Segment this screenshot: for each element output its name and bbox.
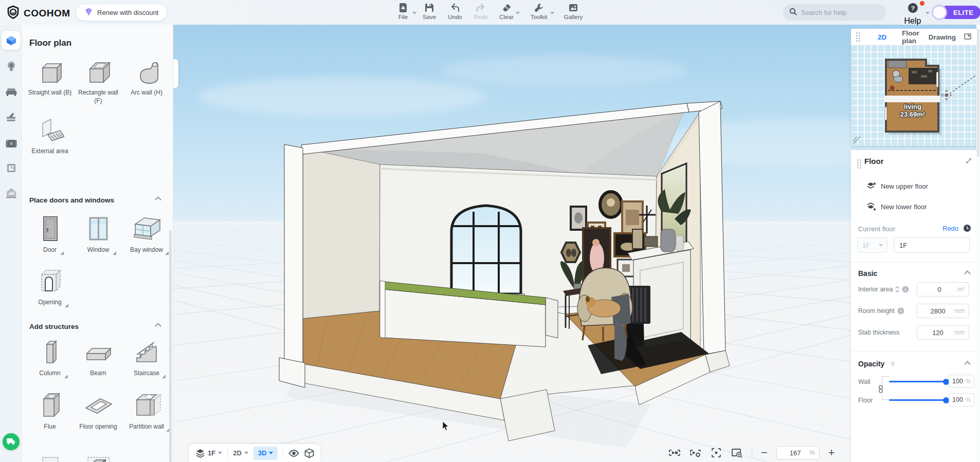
- redo-icon: [476, 3, 486, 13]
- current-floor-label: Current floor: [858, 225, 895, 233]
- section-cube-button[interactable]: [304, 448, 314, 458]
- tool-partition-wall[interactable]: Partition wall: [123, 391, 170, 431]
- slab-thickness-input[interactable]: 120 mm: [917, 325, 969, 340]
- new-lower-floor-icon: [866, 202, 876, 211]
- new-lower-floor-button[interactable]: New lower floor: [866, 202, 927, 211]
- zoom-region-button[interactable]: [731, 447, 743, 458]
- tool-partial-niche[interactable]: [75, 455, 122, 462]
- floor-opacity-slider[interactable]: [889, 399, 947, 401]
- floor-drag-handle-icon[interactable]: [857, 159, 861, 169]
- renew-with-discount-button[interactable]: Renew with discount: [76, 4, 167, 21]
- sidebar-item-inspiration[interactable]: [2, 57, 21, 76]
- wall-opacity-slider[interactable]: [889, 381, 947, 382]
- tool-external-area[interactable]: External area: [26, 115, 74, 155]
- basic-section-title: Basic: [858, 269, 877, 278]
- tab-drawing[interactable]: Drawing: [929, 33, 956, 41]
- sidebar-item-customize[interactable]: [2, 108, 21, 127]
- floor-opacity-label: Floor: [858, 397, 873, 404]
- tool-partial-guardrail[interactable]: [26, 455, 74, 462]
- room-height-label: Room height i: [858, 307, 904, 315]
- tool-opening[interactable]: Opening: [26, 266, 74, 306]
- history-clock-icon[interactable]: [963, 224, 971, 234]
- interior-area-input[interactable]: 0 m²: [917, 282, 969, 297]
- panel-collapse-handle[interactable]: [173, 59, 178, 88]
- save-button[interactable]: Save: [418, 3, 441, 20]
- camera-icon: [5, 138, 17, 149]
- toolkit-button[interactable]: Toolkit: [528, 3, 550, 20]
- tool-rectangle-wall[interactable]: Rectangle wall (F): [75, 57, 122, 105]
- zoom-level-box[interactable]: 167 %: [776, 446, 820, 459]
- tool-straight-wall[interactable]: Straight wall (B): [26, 57, 74, 97]
- floor-name-input[interactable]: 1F: [894, 237, 970, 253]
- gem-icon: [84, 8, 93, 17]
- floor-selector[interactable]: 1F: [195, 449, 222, 458]
- tool-window[interactable]: Window: [75, 214, 122, 254]
- redo-link[interactable]: Redo: [942, 225, 958, 232]
- floor-select[interactable]: 1F: [858, 237, 887, 253]
- sidebar-item-drawings[interactable]: [2, 158, 21, 177]
- expand-panel-icon[interactable]: [965, 157, 972, 167]
- tool-floor-opening[interactable]: Floor opening: [75, 391, 122, 431]
- minimap-room-label: living: [904, 103, 921, 110]
- avatar[interactable]: [932, 5, 947, 20]
- floor-opacity-input[interactable]: 100 %: [949, 393, 974, 406]
- gallery-button[interactable]: Gallery: [562, 3, 585, 20]
- sidebar-item-furniture[interactable]: [2, 82, 21, 101]
- tool-column[interactable]: Column: [26, 337, 74, 377]
- mode-3d-button[interactable]: 3D: [253, 447, 278, 460]
- wall-opacity-input[interactable]: 100 %: [949, 375, 974, 388]
- tab-floor-plan[interactable]: Floor plan: [902, 29, 920, 45]
- sidebar-item-render[interactable]: [2, 134, 21, 153]
- stepper-icon[interactable]: [895, 286, 899, 292]
- mode-2d-button[interactable]: 2D: [233, 449, 248, 457]
- file-button[interactable]: File: [392, 3, 414, 20]
- tool-flue[interactable]: Flue: [26, 391, 74, 431]
- search-input[interactable]: [801, 9, 878, 16]
- file-caret-icon: [412, 12, 416, 14]
- camera-settings-button[interactable]: [689, 447, 702, 458]
- drag-handle-icon[interactable]: [856, 32, 860, 42]
- sidebar-item-floorplan[interactable]: [2, 31, 21, 50]
- tool-staircase[interactable]: Staircase: [123, 337, 170, 377]
- zoom-in-button[interactable]: +: [828, 448, 835, 458]
- info-icon[interactable]: i: [897, 307, 904, 315]
- link-opacity-icon[interactable]: [878, 384, 884, 396]
- design-tool-icon: [5, 112, 17, 123]
- tool-bay-window[interactable]: Bay window: [123, 214, 170, 254]
- coohom-logo[interactable]: COOHOM: [6, 5, 70, 21]
- partition-wall-icon: [132, 391, 161, 420]
- focus-center-button[interactable]: [711, 447, 722, 458]
- sidebar-item-ai-design[interactable]: [2, 183, 21, 202]
- left-panel-scrollbar[interactable]: [169, 230, 172, 462]
- coohom-logo-icon: [6, 5, 20, 21]
- undo-button[interactable]: Undo: [444, 3, 466, 20]
- collapse-opacity-icon[interactable]: [964, 361, 971, 367]
- zoom-out-button[interactable]: −: [761, 448, 768, 458]
- tool-arc-wall[interactable]: Arc wall (H): [123, 57, 170, 97]
- camera-view-button[interactable]: [668, 447, 681, 458]
- tool-beam[interactable]: Beam: [75, 337, 122, 377]
- chat-support-button[interactable]: [3, 433, 20, 450]
- redo-button[interactable]: Redo: [469, 3, 492, 20]
- ai-home-icon: [5, 187, 17, 199]
- new-upper-floor-button[interactable]: New upper floor: [866, 182, 928, 191]
- visibility-button[interactable]: [288, 449, 299, 457]
- info-icon[interactable]: i: [902, 286, 909, 293]
- collapse-doors-windows-icon[interactable]: [155, 196, 161, 203]
- collapse-basic-icon[interactable]: [964, 270, 971, 277]
- floorplan-icon: [5, 34, 17, 47]
- bay-window-icon: [131, 214, 162, 244]
- chat-icon: [7, 438, 15, 446]
- help-search[interactable]: [783, 4, 886, 21]
- pin-window-icon[interactable]: [964, 32, 971, 42]
- tool-door[interactable]: Door: [26, 214, 74, 254]
- minimap[interactable]: living 23.69m²: [851, 45, 976, 146]
- collapse-structures-icon[interactable]: [155, 323, 161, 329]
- clear-button[interactable]: Clear: [495, 3, 518, 20]
- help-button[interactable]: ? Help: [902, 3, 923, 26]
- tab-2d[interactable]: 2D: [878, 33, 886, 41]
- floorplan-doc-icon: [6, 162, 17, 174]
- wall-niche-icon: [84, 455, 113, 462]
- window-scrollbar[interactable]: [976, 25, 980, 462]
- room-height-input[interactable]: 2800 mm: [917, 304, 969, 318]
